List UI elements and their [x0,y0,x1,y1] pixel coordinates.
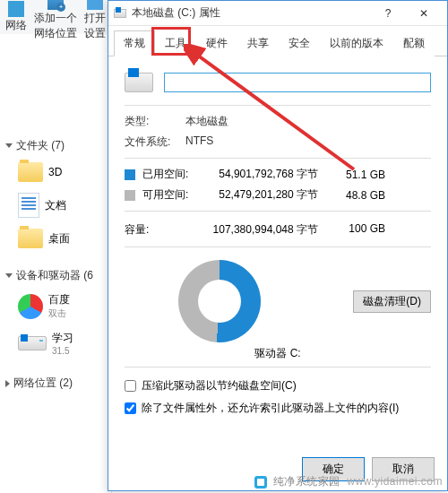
free-space-label: 可用空间: [142,187,193,203]
nav-devices-title: 设备和驱动器 (6 [16,268,93,283]
settings-icon [87,0,103,10]
free-space-bytes: 52,479,201,280 字节 [193,187,336,203]
dialog-titlebar[interactable]: 本地磁盘 (C:) 属性 ? ✕ [108,1,447,26]
capacity-label: 容量: [125,222,193,238]
tab-label: 常规 [124,37,145,49]
button-label: 磁盘清理(D) [363,295,421,307]
watermark-logo-icon [254,476,267,489]
free-space-color-icon [125,190,135,201]
filesystem-label: 文件系统: [125,134,185,150]
watermark-brand: 纯净系统家园 [273,475,340,488]
tab-previous-versions[interactable]: 以前的版本 [320,30,393,56]
used-space-gb: 51.1 GB [336,169,385,181]
nav-group-netloc[interactable]: 网络位置 (2) [0,372,112,394]
disk-cleanup-button[interactable]: 磁盘清理(D) [353,290,431,313]
used-space-color-icon [125,169,135,180]
drive-caption: 驱动器 C: [254,347,300,359]
capacity-gb: 100 GB [336,222,385,238]
tab-label: 共享 [247,37,269,49]
type-label: 类型: [125,114,185,129]
drive-icon [114,9,126,18]
add-location-icon [47,0,64,10]
baidu-netdisk-icon [18,294,43,319]
explorer-window: 网络 添加一个 网络位置 打开 设置 文件夹 (7) 3D 文档 桌面 [0,0,112,493]
tab-label: 配额 [403,37,425,49]
tab-label: 硬件 [206,37,228,49]
toolbar-network-label: 网络 [5,18,27,33]
nav-netloc-title: 网络位置 (2) [13,376,73,391]
drive-icon [125,73,153,92]
free-space-gb: 48.8 GB [336,189,385,202]
tab-security[interactable]: 安全 [279,30,320,56]
tab-sharing[interactable]: 共享 [237,30,279,56]
drive-name-input[interactable] [164,73,431,92]
tab-label: 以前的版本 [330,37,383,49]
toolbar-open-settings[interactable]: 打开 设置 [82,0,108,43]
help-button[interactable]: ? [370,3,406,24]
folder-icon [18,162,43,182]
type-value: 本地磁盘 [185,114,228,129]
close-button[interactable]: ✕ [406,3,442,24]
explorer-toolbar: 网络 添加一个 网络位置 打开 设置 [0,0,112,34]
button-label: 取消 [392,463,414,475]
nav-folder-label: 桌面 [48,231,70,246]
chevron-down-icon [5,143,13,148]
nav-folder-3d[interactable]: 3D [0,157,112,187]
toolbar-add-location-label: 添加一个 网络位置 [34,11,77,41]
chevron-down-icon [5,273,13,278]
tab-hardware[interactable]: 硬件 [196,30,237,56]
folder-icon [18,229,43,248]
tab-general[interactable]: 常规 [114,30,155,56]
watermark-url: www.yidaimei.com [347,475,443,488]
tab-label: 工具 [165,37,186,49]
tab-quota[interactable]: 配额 [393,30,435,56]
nav-folder-label: 3D [48,166,62,178]
used-space-label: 已用空间: [142,167,193,182]
nav-folder-documents[interactable]: 文档 [0,187,112,223]
compress-drive-checkbox-row[interactable]: 压缩此驱动器以节约磁盘空间(C) [125,375,431,397]
dialog-title: 本地磁盘 (C:) 属性 [132,5,370,21]
disk-usage-donut-chart [178,260,261,342]
compress-drive-label: 压缩此驱动器以节约磁盘空间(C) [142,378,297,394]
nav-device-sub: 双击 [48,307,70,320]
nav-device-baidu[interactable]: 百度 双击 [0,287,112,325]
nav-folder-label: 文档 [45,198,66,213]
nav-device-sub: 31.5 [52,346,73,356]
nav-group-folders[interactable]: 文件夹 (7) [0,134,112,157]
allow-indexing-label: 除了文件属性外，还允许索引此驱动器上文件的内容(I) [142,401,399,416]
nav-device-study[interactable]: 学习 31.5 [0,325,112,361]
network-icon [8,1,24,17]
drive-icon [18,336,47,350]
nav-folders-title: 文件夹 (7) [16,138,65,153]
dialog-tabs: 常规 工具 硬件 共享 安全 以前的版本 配额 [108,26,447,56]
nav-device-label: 百度 [48,292,70,307]
used-space-bytes: 54,901,792,768 字节 [193,167,336,182]
button-label: 确定 [323,463,344,475]
chevron-right-icon [5,380,10,387]
nav-folder-desktop[interactable]: 桌面 [0,223,112,254]
capacity-bytes: 107,380,994,048 字节 [193,222,336,238]
toolbar-add-location[interactable]: 添加一个 网络位置 [32,0,79,43]
document-icon [18,193,39,218]
filesystem-value: NTFS [185,134,213,150]
tab-tools[interactable]: 工具 [155,30,196,56]
allow-indexing-checkbox-row[interactable]: 除了文件属性外，还允许索引此驱动器上文件的内容(I) [125,397,431,419]
tab-label: 安全 [289,37,310,49]
compress-drive-checkbox[interactable] [125,380,136,392]
toolbar-open-settings-label: 打开 设置 [84,11,106,41]
nav-device-label: 学习 [52,331,73,346]
allow-indexing-checkbox[interactable] [125,402,136,414]
dialog-body: 类型: 本地磁盘 文件系统: NTFS 已用空间: 54,901,792,768… [108,56,447,430]
properties-dialog: 本地磁盘 (C:) 属性 ? ✕ 常规 工具 硬件 共享 安全 以前的版本 配额… [108,0,448,491]
toolbar-network[interactable]: 网络 [4,0,29,35]
watermark: 纯净系统家园 www.yidaimei.com [254,474,443,489]
nav-group-devices[interactable]: 设备和驱动器 (6 [0,264,112,287]
explorer-nav: 文件夹 (7) 3D 文档 桌面 设备和驱动器 (6 百度 双击 [0,134,112,394]
